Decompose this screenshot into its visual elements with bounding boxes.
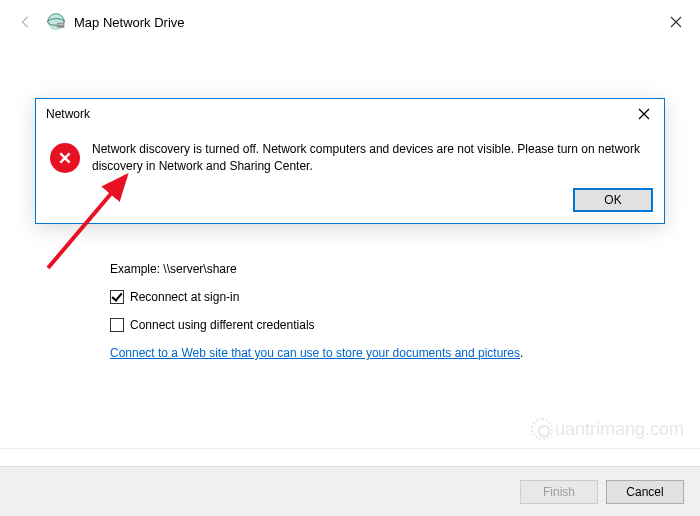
dialog-message: Network discovery is turned off. Network… — [92, 141, 650, 175]
dialog-close-button[interactable] — [632, 102, 656, 126]
cancel-button[interactable]: Cancel — [606, 480, 684, 504]
website-link[interactable]: Connect to a Web site that you can use t… — [110, 346, 520, 360]
watermark-text: uantrimang.com — [555, 419, 684, 440]
dialog-titlebar: Network — [36, 99, 664, 129]
credentials-checkbox[interactable] — [110, 318, 124, 332]
map-network-drive-window: Map Network Drive Example: \\server\shar… — [0, 0, 700, 516]
reconnect-label: Reconnect at sign-in — [130, 290, 239, 304]
network-error-dialog: Network Network discovery is turned off.… — [35, 98, 665, 224]
credentials-checkbox-row[interactable]: Connect using different credentials — [110, 318, 660, 332]
back-button[interactable] — [12, 8, 40, 36]
reconnect-checkbox[interactable] — [110, 290, 124, 304]
network-drive-icon — [46, 12, 66, 32]
close-button[interactable] — [664, 10, 688, 34]
dialog-footer: OK — [36, 183, 664, 223]
footer: Finish Cancel — [0, 466, 700, 516]
error-icon — [50, 143, 80, 173]
website-link-row: Connect to a Web site that you can use t… — [110, 346, 660, 360]
footer-separator — [0, 448, 700, 466]
window-title: Map Network Drive — [74, 15, 185, 30]
titlebar: Map Network Drive — [0, 0, 700, 44]
reconnect-checkbox-row[interactable]: Reconnect at sign-in — [110, 290, 660, 304]
content-area: Example: \\server\share Reconnect at sig… — [0, 262, 700, 360]
ok-button[interactable]: OK — [574, 189, 652, 211]
dialog-title: Network — [46, 107, 90, 121]
watermark-icon — [531, 418, 553, 440]
finish-button: Finish — [520, 480, 598, 504]
svg-rect-3 — [58, 24, 64, 26]
watermark: uantrimang.com — [531, 418, 684, 440]
example-label: Example: \\server\share — [110, 262, 660, 276]
credentials-label: Connect using different credentials — [130, 318, 315, 332]
dialog-body: Network discovery is turned off. Network… — [36, 129, 664, 183]
